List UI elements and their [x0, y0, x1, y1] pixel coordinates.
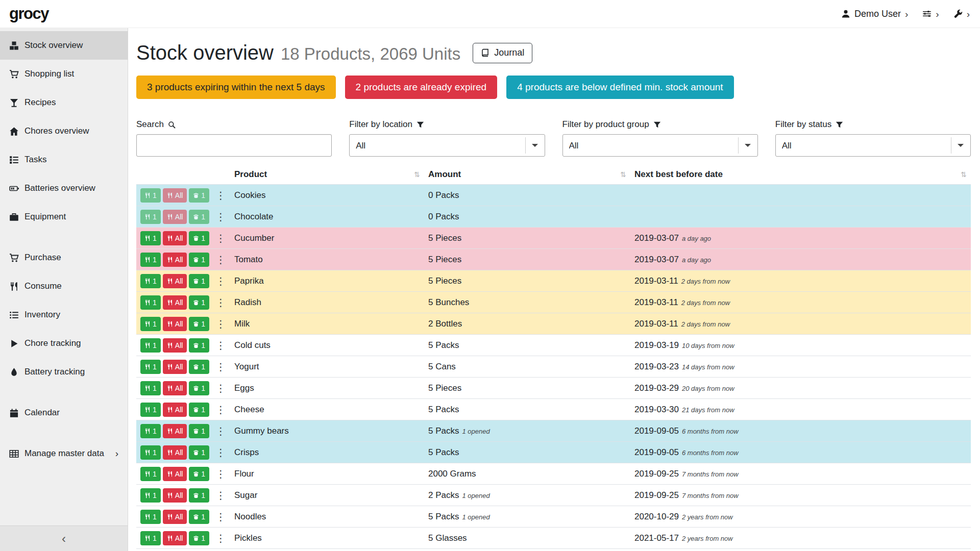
journal-button[interactable]: Journal [473, 43, 532, 63]
row-menu-button[interactable]: ⋮ [212, 469, 229, 479]
row-menu-button[interactable]: ⋮ [212, 426, 229, 436]
below-min-stock-badge[interactable]: 4 products are below defined min. stock … [506, 76, 733, 99]
row-menu-button[interactable]: ⋮ [212, 383, 229, 393]
consume-one-button[interactable]: 1 [140, 253, 161, 267]
consume-all-button[interactable]: All [163, 467, 187, 481]
consume-one-button[interactable]: 1 [140, 445, 161, 460]
app-logo[interactable]: grocy [9, 5, 48, 23]
admin-menu[interactable]: › [953, 9, 970, 19]
consume-all-button[interactable]: All [163, 253, 187, 267]
consume-one-button[interactable]: 1 [140, 338, 161, 353]
open-one-button[interactable]: 1 [189, 360, 209, 374]
row-menu-button[interactable]: ⋮ [212, 340, 229, 350]
sidebar-item-recipes[interactable]: Recipes [0, 88, 128, 117]
sidebar-item-manage-master-data[interactable]: Manage master data› [0, 439, 128, 468]
consume-all-button[interactable]: All [163, 317, 187, 331]
row-menu-button[interactable]: ⋮ [212, 319, 229, 329]
open-one-button[interactable]: 1 [189, 531, 209, 545]
consume-one-button[interactable]: 1 [140, 274, 161, 288]
consume-one-button[interactable]: 1 [140, 510, 161, 524]
sidebar-item-consume[interactable]: Consume [0, 272, 128, 300]
consume-all-button[interactable]: All [163, 531, 187, 545]
sidebar-item-purchase[interactable]: Purchase [0, 243, 128, 272]
consume-all-button[interactable]: All [163, 488, 187, 503]
open-one-button[interactable]: 1 [189, 381, 209, 395]
row-menu-button[interactable]: ⋮ [212, 362, 229, 372]
sort-icon[interactable]: ⇅ [414, 170, 420, 179]
sort-icon[interactable]: ⇅ [961, 170, 967, 179]
consume-one-button[interactable]: 1 [140, 488, 161, 503]
consume-one-button[interactable]: 1 [140, 231, 161, 245]
consume-one-button[interactable]: 1 [140, 424, 161, 438]
consume-all-button[interactable]: All [163, 424, 187, 438]
open-one-button[interactable]: 1 [189, 510, 209, 524]
consume-all-button[interactable]: All [163, 274, 187, 288]
row-menu-button[interactable]: ⋮ [212, 190, 229, 201]
user-menu[interactable]: Demo User › [841, 9, 908, 19]
row-menu-button[interactable]: ⋮ [212, 512, 229, 522]
sidebar-item-batteries-overview[interactable]: Batteries overview [0, 174, 128, 203]
open-one-button[interactable]: 1 [189, 467, 209, 481]
consume-one-button[interactable]: 1 [140, 381, 161, 395]
search-input[interactable] [136, 134, 332, 157]
open-one-button[interactable]: 1 [189, 210, 209, 224]
consume-one-button[interactable]: 1 [140, 360, 161, 374]
open-one-button[interactable]: 1 [189, 445, 209, 460]
column-best-before-date[interactable]: Next best before date ⇅ [630, 165, 971, 185]
consume-one-button[interactable]: 1 [140, 188, 161, 203]
sidebar-item-stock-overview[interactable]: Stock overview [0, 31, 128, 60]
sidebar-item-calendar[interactable]: Calendar [0, 398, 128, 427]
open-one-button[interactable]: 1 [189, 295, 209, 310]
open-one-button[interactable]: 1 [189, 274, 209, 288]
sidebar-item-chores-overview[interactable]: Chores overview [0, 117, 128, 145]
row-menu-button[interactable]: ⋮ [212, 447, 229, 458]
sidebar-item-inventory[interactable]: Inventory [0, 300, 128, 329]
open-one-button[interactable]: 1 [189, 317, 209, 331]
sidebar-item-chore-tracking[interactable]: Chore tracking [0, 329, 128, 358]
consume-all-button[interactable]: All [163, 510, 187, 524]
column-product[interactable]: Product ⇅ [230, 165, 424, 185]
row-menu-button[interactable]: ⋮ [212, 255, 229, 265]
sidebar-item-tasks[interactable]: Tasks [0, 145, 128, 174]
consume-one-button[interactable]: 1 [140, 467, 161, 481]
row-menu-button[interactable]: ⋮ [212, 405, 229, 415]
consume-all-button[interactable]: All [163, 381, 187, 395]
expiring-badge[interactable]: 3 products expiring within the next 5 da… [136, 76, 336, 99]
status-select[interactable]: All [775, 134, 971, 157]
row-menu-button[interactable]: ⋮ [212, 233, 229, 243]
consume-one-button[interactable]: 1 [140, 210, 161, 224]
row-menu-button[interactable]: ⋮ [212, 533, 229, 543]
open-one-button[interactable]: 1 [189, 488, 209, 503]
row-menu-button[interactable]: ⋮ [212, 297, 229, 308]
expired-badge[interactable]: 2 products are already expired [345, 76, 498, 99]
open-one-button[interactable]: 1 [189, 338, 209, 353]
consume-all-button[interactable]: All [163, 188, 187, 203]
open-one-button[interactable]: 1 [189, 231, 209, 245]
row-menu-button[interactable]: ⋮ [212, 490, 229, 500]
open-one-button[interactable]: 1 [189, 424, 209, 438]
consume-all-button[interactable]: All [163, 338, 187, 353]
sort-icon[interactable]: ⇅ [620, 170, 626, 179]
consume-one-button[interactable]: 1 [140, 317, 161, 331]
open-one-button[interactable]: 1 [189, 403, 209, 417]
sidebar-collapse-button[interactable]: ‹ [0, 525, 128, 551]
column-amount[interactable]: Amount ⇅ [424, 165, 630, 185]
settings-menu[interactable]: › [922, 9, 939, 19]
consume-all-button[interactable]: All [163, 210, 187, 224]
sidebar-item-equipment[interactable]: Equipment [0, 203, 128, 231]
sidebar-item-battery-tracking[interactable]: Battery tracking [0, 358, 128, 386]
consume-one-button[interactable]: 1 [140, 295, 161, 310]
sidebar-item-shopping-list[interactable]: Shopping list [0, 60, 128, 88]
consume-all-button[interactable]: All [163, 360, 187, 374]
open-one-button[interactable]: 1 [189, 253, 209, 267]
consume-all-button[interactable]: All [163, 445, 187, 460]
consume-one-button[interactable]: 1 [140, 531, 161, 545]
consume-all-button[interactable]: All [163, 231, 187, 245]
open-one-button[interactable]: 1 [189, 188, 209, 203]
location-select[interactable]: All [349, 134, 545, 157]
consume-one-button[interactable]: 1 [140, 403, 161, 417]
consume-all-button[interactable]: All [163, 403, 187, 417]
row-menu-button[interactable]: ⋮ [212, 212, 229, 222]
product-group-select[interactable]: All [562, 134, 758, 157]
row-menu-button[interactable]: ⋮ [212, 276, 229, 286]
